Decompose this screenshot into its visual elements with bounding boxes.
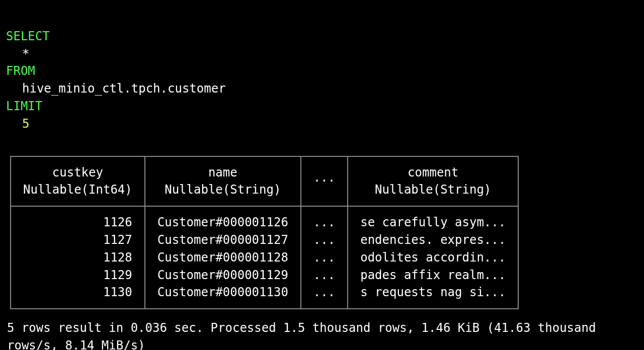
result-table-container: custkey Nullable(Int64) name Nullable(St…	[10, 156, 638, 310]
select-keyword: SELECT	[6, 29, 50, 43]
cell-ellipsis: ...	[301, 267, 348, 284]
cell-name: Customer#000001130	[145, 284, 301, 309]
cell-ellipsis: ...	[301, 249, 348, 267]
table-reference: hive_minio_ctl.tpch.customer	[6, 80, 226, 98]
col-header-comment: comment Nullable(String)	[348, 156, 518, 207]
cell-custkey: 1126	[11, 206, 145, 231]
col-header-name: name Nullable(String)	[145, 156, 301, 207]
cell-name: Customer#000001128	[145, 249, 301, 267]
select-columns: *	[6, 45, 29, 63]
cell-name: Customer#000001126	[145, 206, 301, 231]
cell-custkey: 1129	[11, 267, 145, 284]
cell-custkey: 1128	[11, 249, 145, 267]
limit-keyword: LIMIT	[6, 99, 42, 113]
col-header-ellipsis: ···	[301, 156, 348, 207]
table-row: 1130 Customer#000001130 ... s requests n…	[11, 284, 518, 309]
cell-custkey: 1130	[11, 284, 145, 309]
table-row: 1128 Customer#000001128 ... odolites acc…	[11, 249, 518, 267]
table-header-row: custkey Nullable(Int64) name Nullable(St…	[11, 156, 518, 207]
cell-comment: endencies. expres...	[348, 231, 518, 249]
sql-query: SELECT * FROM hive_minio_ctl.tpch.custom…	[6, 10, 638, 133]
cell-ellipsis: ...	[301, 231, 348, 249]
cell-name: Customer#000001129	[145, 267, 301, 284]
cell-ellipsis: ...	[301, 284, 348, 309]
cell-comment: pades affix realm...	[348, 267, 518, 284]
status-line: 5 rows result in 0.036 sec. Processed 1.…	[6, 319, 638, 350]
limit-value: 5	[6, 115, 29, 133]
cell-comment: s requests nag si...	[348, 284, 518, 309]
cell-comment: se carefully asym...	[348, 206, 518, 231]
table-row: 1127 Customer#000001127 ... endencies. e…	[11, 231, 518, 249]
result-table: custkey Nullable(Int64) name Nullable(St…	[10, 156, 519, 310]
from-keyword: FROM	[6, 64, 35, 78]
cell-custkey: 1127	[11, 231, 145, 249]
col-header-custkey: custkey Nullable(Int64)	[11, 156, 145, 207]
cell-ellipsis: ...	[301, 206, 348, 231]
cell-comment: odolites accordin...	[348, 249, 518, 267]
table-row: 1129 Customer#000001129 ... pades affix …	[11, 267, 518, 284]
cell-name: Customer#000001127	[145, 231, 301, 249]
table-row: 1126 Customer#000001126 ... se carefully…	[11, 206, 518, 231]
